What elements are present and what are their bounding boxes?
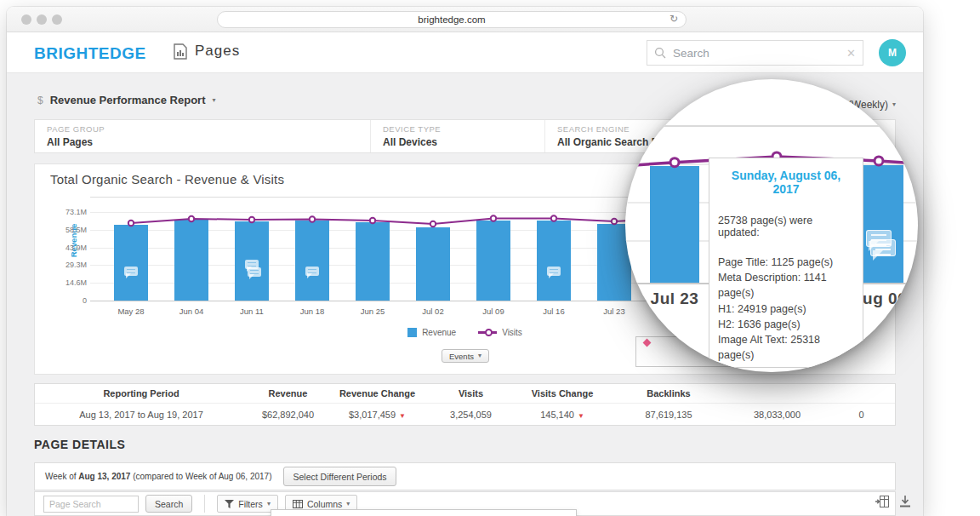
annotation-comment-icon[interactable]	[305, 267, 319, 276]
summary-column-header: Reporting Period	[35, 388, 248, 398]
summary-column-header: Revenue Change	[328, 388, 426, 398]
chevron-down-icon: ▾	[478, 353, 481, 359]
filter-value: All Pages	[47, 136, 370, 148]
filter-device-type[interactable]: DEVICE TYPEAll Devices	[371, 120, 545, 152]
revenue-bar[interactable]	[416, 227, 450, 301]
annotation-comment-icon[interactable]	[870, 239, 896, 256]
revenue-bar[interactable]	[114, 225, 148, 301]
window-zoom-button[interactable]	[52, 14, 62, 25]
summary-column-header: Backlinks	[609, 388, 728, 398]
search-input[interactable]	[671, 46, 841, 60]
brightedge-logo: BRIGHTEDGE	[34, 44, 146, 63]
clear-search-icon[interactable]: ✕	[846, 47, 856, 60]
dollar-icon: $	[37, 95, 43, 106]
window-minimize-button[interactable]	[37, 14, 47, 25]
y-axis-tick-label: 0	[37, 296, 87, 305]
revenue-bar[interactable]	[295, 221, 329, 301]
revenue-bar[interactable]	[476, 221, 510, 301]
annotation-flag-icon	[643, 339, 652, 347]
summary-column-header: Visits	[426, 388, 516, 398]
filters-button[interactable]: Filters ▾	[217, 495, 278, 513]
summary-value-row: Aug 13, 2017 to Aug 19, 2017$62,892,040$…	[35, 404, 895, 425]
chevron-down-icon: ▾	[267, 501, 271, 507]
page-search-button[interactable]: Search	[145, 495, 192, 513]
browser-window: brightedge.com ↻ BRIGHTEDGE Pages ✕ M $ …	[7, 7, 923, 516]
refresh-icon[interactable]: ↻	[669, 13, 678, 25]
x-axis-tick-label: Jun 25	[347, 307, 398, 316]
tooltip-date: Sunday, August 06, 2017	[718, 169, 854, 196]
summary-cell: $3,017,459▼	[328, 410, 426, 420]
week-text: Week of Aug 13, 2017 (compared to Week o…	[45, 472, 271, 481]
summary-cell: 87,619,135	[609, 410, 728, 420]
filter-label: PAGE GROUP	[47, 124, 370, 134]
table-action-icons	[875, 496, 911, 507]
summary-cell: Aug 13, 2017 to Aug 19, 2017	[35, 410, 248, 420]
y-axis-tick-label: 43.9M	[37, 244, 87, 252]
negative-arrow-icon: ▼	[578, 412, 584, 420]
global-search[interactable]: ✕	[647, 40, 863, 66]
revenue-bar[interactable]	[356, 222, 390, 301]
address-bar[interactable]: brightedge.com ↻	[217, 11, 687, 28]
annotation-comment-icon[interactable]	[547, 267, 561, 276]
events-button[interactable]: Events ▾	[442, 349, 489, 363]
x-axis-tick-label: May 28	[105, 307, 157, 316]
summary-cell: 0	[826, 410, 897, 420]
summary-header-row: Reporting PeriodRevenueRevenue ChangeVis…	[35, 384, 895, 404]
tooltip-detail-line: H2: 1636 page(s)	[718, 317, 854, 332]
summary-cell: $62,892,040	[248, 410, 328, 420]
funnel-icon	[225, 500, 234, 508]
report-title: Revenue Performance Report	[50, 94, 206, 106]
select-periods-button[interactable]: Select Different Periods	[283, 467, 396, 486]
x-axis-tick-label: Jul 16	[528, 307, 579, 316]
summary-column-header: Visits Change	[516, 388, 609, 398]
annotation-comment-icon[interactable]	[248, 267, 261, 277]
legend-visits: Visits	[478, 328, 522, 337]
tooltip-detail-line: Page Title: 1125 page(s)	[718, 255, 854, 270]
avatar[interactable]: M	[879, 39, 906, 66]
filter-page-group[interactable]: PAGE GROUPAll Pages	[35, 120, 371, 152]
chart-tooltip: Sunday, August 06, 2017 25738 page(s) we…	[709, 158, 863, 368]
chevron-down-icon: ▾	[892, 101, 896, 108]
export-table-icon[interactable]	[875, 496, 889, 507]
x-axis-tick-label: Jul 09	[468, 307, 519, 316]
search-icon	[654, 47, 666, 59]
x-axis-tick-label: Jun 11	[226, 307, 277, 316]
columns-grid-icon	[293, 500, 303, 508]
app-header: BRIGHTEDGE Pages ✕ M	[7, 32, 923, 73]
chevron-down-icon: ▾	[346, 501, 350, 507]
x-axis-tick-label: Jun 04	[166, 307, 217, 316]
x-axis-tick-label: Jun 18	[287, 307, 338, 316]
y-axis-tick-label: 14.6M	[37, 278, 87, 287]
legend-revenue: Revenue	[407, 328, 456, 337]
page-title: Pages	[195, 43, 240, 60]
report-selector[interactable]: $ Revenue Performance Report ▾	[37, 94, 215, 106]
window-close-button[interactable]	[21, 14, 31, 25]
filter-value: All Devices	[383, 136, 544, 148]
magnified-revenue-bar[interactable]	[650, 166, 699, 283]
x-axis-tick-label: Jul 02	[407, 307, 459, 316]
week-bar: Week of Aug 13, 2017 (compared to Week o…	[34, 462, 896, 490]
x-axis-tick-label: Jul 23	[589, 307, 640, 316]
tooltip-summary: 25738 page(s) were updated:	[718, 215, 854, 238]
download-icon[interactable]	[899, 496, 911, 507]
pages-icon	[174, 43, 187, 60]
visits-line-icon	[478, 331, 497, 334]
magnifier-circle: Jul 23 Aug 06 Sunday, August 06, 2017 25…	[625, 79, 918, 372]
tooltip-details: Page Title: 1125 page(s)Meta Description…	[718, 255, 854, 363]
revenue-bar[interactable]	[174, 220, 208, 301]
tooltip-detail-line: Meta Description: 1141 page(s)	[718, 270, 854, 301]
page-search-input[interactable]	[43, 496, 139, 513]
y-axis-tick-label: 58.5M	[37, 226, 87, 234]
magnified-top-border	[625, 125, 918, 127]
browser-chrome: brightedge.com ↻	[7, 7, 923, 32]
page-title-group: Pages	[174, 43, 240, 60]
summary-table: Reporting PeriodRevenueRevenue ChangeVis…	[34, 383, 896, 426]
summary-column-header: Revenue	[248, 388, 328, 398]
summary-cell: 145,140▼	[516, 410, 609, 420]
revenue-bar[interactable]	[537, 221, 571, 301]
annotation-comment-icon[interactable]	[124, 267, 138, 276]
y-axis-tick-label: 73.1M	[37, 208, 87, 216]
visits-point[interactable]	[430, 221, 436, 226]
page-details-heading: PAGE DETAILS	[34, 438, 125, 451]
columns-dropdown-panel: Track Recommended Pages	[271, 509, 577, 516]
